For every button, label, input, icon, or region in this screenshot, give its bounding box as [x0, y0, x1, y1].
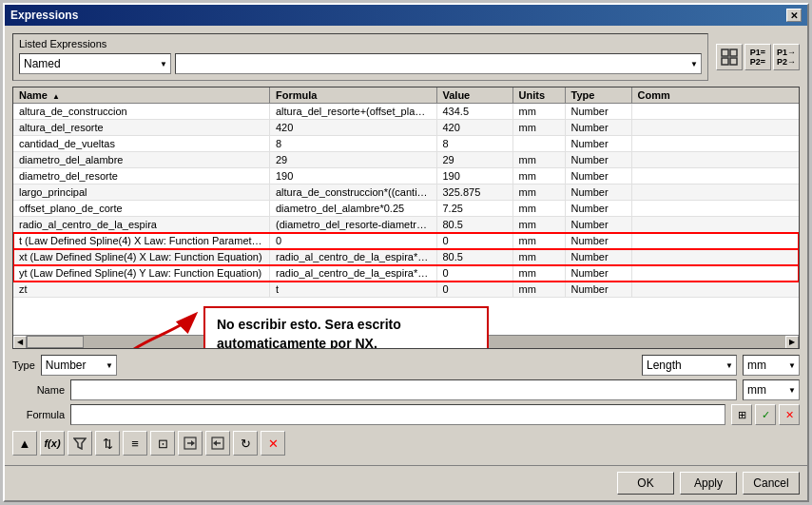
cell-comm [632, 282, 800, 297]
formula-input[interactable] [70, 404, 725, 425]
delete-btn[interactable]: ✕ [261, 431, 285, 456]
fx-btn[interactable]: f(x) [40, 431, 65, 456]
measure-unit-wrapper[interactable]: mm [743, 355, 800, 376]
hscroll-right[interactable]: ▶ [785, 336, 799, 349]
col-comm[interactable]: Comm [632, 87, 800, 103]
table-row[interactable]: radio_al_centro_de_la_espira(diametro_de… [13, 217, 799, 233]
cell-units: mm [513, 104, 566, 119]
top-row: Listed Expressions Named [12, 33, 800, 81]
formula-row: Formula ⊞ ✓ ✕ [12, 404, 800, 425]
cell-units: mm [513, 249, 566, 264]
cell-value: 434.5 [437, 104, 513, 119]
table-row[interactable]: cantidad_de_vueltas88Number [13, 136, 799, 152]
svg-marker-11 [213, 440, 217, 446]
refresh-btn[interactable]: ↻ [233, 431, 258, 456]
svg-marker-5 [74, 438, 86, 449]
table-row[interactable]: offset_plano_de_cortediametro_del_alambr… [13, 201, 799, 217]
svg-marker-8 [191, 440, 195, 446]
filter-all-select[interactable] [175, 53, 702, 74]
cell-comm [632, 120, 800, 135]
import-btn[interactable] [178, 431, 203, 456]
table-row[interactable]: largo_principalaltura_de_construccion*((… [13, 185, 799, 201]
cell-units: mm [513, 152, 566, 167]
measure-unit-select[interactable]: mm [743, 355, 800, 376]
hscroll-thumb[interactable] [27, 336, 84, 348]
cell-value: 8 [437, 136, 513, 151]
col-units[interactable]: Units [513, 87, 566, 103]
listed-expressions-group: Listed Expressions Named [12, 33, 708, 81]
table-row[interactable]: altura_de_construccionaltura_del_resorte… [13, 104, 799, 120]
cell-comm [632, 104, 800, 119]
filter-icon [73, 437, 87, 450]
col-name[interactable]: Name ▲ [13, 87, 270, 103]
table-row[interactable]: yt (Law Defined Spline(4) Y Law: Functio… [13, 265, 799, 282]
close-button[interactable]: ✕ [786, 9, 802, 22]
ok-button[interactable]: OK [617, 472, 674, 495]
sort-btn[interactable]: ⇅ [95, 431, 120, 456]
cell-name: xt (Law Defined Spline(4) X Law: Functio… [13, 249, 270, 264]
formula-grid-btn[interactable]: ⊞ [731, 404, 752, 425]
cell-name: t (Law Defined Spline(4) X Law: Function… [13, 233, 270, 248]
cell-name: diametro_del_resorte [13, 168, 270, 184]
col-btn[interactable]: ⊡ [150, 431, 175, 456]
name-unit-wrapper[interactable]: mm [743, 379, 800, 400]
table-row[interactable]: ztt0mmNumber [13, 282, 799, 298]
up-btn[interactable]: ▲ [12, 431, 37, 456]
export-btn[interactable] [205, 431, 230, 456]
table-row[interactable]: altura_del_resorte420420mmNumber [13, 120, 799, 136]
cell-comm [632, 152, 800, 167]
cell-comm [632, 185, 800, 200]
filter-named-select[interactable]: Named [19, 53, 171, 74]
p2-icon-btn[interactable]: P1→P2→ [773, 44, 800, 70]
apply-button[interactable]: Apply [680, 472, 737, 495]
cell-name: largo_principal [13, 185, 270, 200]
name-input[interactable] [70, 379, 737, 400]
filter-btn[interactable] [68, 431, 92, 456]
filter-named-wrapper[interactable]: Named [19, 53, 171, 74]
cell-comm [632, 265, 800, 281]
table-row[interactable]: diametro_del_resorte190190mmNumber [13, 168, 799, 185]
col-formula[interactable]: Formula [270, 87, 437, 103]
cell-units: mm [513, 168, 566, 184]
cell-formula: radio_al_centro_de_la_espira*cos(t*360*c… [270, 249, 437, 264]
cell-name: radio_al_centro_de_la_espira [13, 217, 270, 232]
measure-select[interactable]: Length [642, 355, 737, 376]
hscroll-left[interactable]: ◀ [13, 336, 27, 349]
cell-type: Number [566, 104, 632, 119]
cell-formula: 0 [270, 233, 437, 248]
table-container: Name ▲ Formula Value Units Type Comm alt… [12, 87, 800, 349]
cell-name: yt (Law Defined Spline(4) Y Law: Functio… [13, 265, 270, 281]
cell-formula: t [270, 282, 437, 297]
cell-units: mm [513, 233, 566, 248]
formula-x-btn[interactable]: ✕ [779, 404, 800, 425]
p2-label: P1→P2→ [777, 48, 796, 67]
filter-all-wrapper[interactable] [175, 53, 702, 74]
type-select[interactable]: Number [41, 355, 117, 376]
cell-name: altura_del_resorte [13, 120, 270, 135]
table-row[interactable]: diametro_del_alambre2929mmNumber [13, 152, 799, 168]
cell-formula: 8 [270, 136, 437, 151]
name-row: Name mm [12, 379, 800, 400]
table-row[interactable]: t (Law Defined Spline(4) X Law: Function… [13, 233, 799, 249]
cell-value: 420 [437, 120, 513, 135]
table-row[interactable]: xt (Law Defined Spline(4) X Law: Functio… [13, 249, 799, 265]
cell-type: Number [566, 120, 632, 135]
type-select-wrapper[interactable]: Number [41, 355, 117, 376]
col-type[interactable]: Type [566, 87, 632, 103]
table-body[interactable]: altura_de_construccionaltura_del_resorte… [13, 104, 799, 335]
measure-select-wrapper[interactable]: Length [642, 355, 737, 376]
grid-icon [721, 49, 738, 66]
formula-check-btn[interactable]: ✓ [755, 404, 776, 425]
grid-icon-btn[interactable] [716, 44, 743, 70]
cell-type: Number [566, 233, 632, 248]
cell-name: offset_plano_de_corte [13, 201, 270, 216]
cell-value: 0 [437, 282, 513, 297]
name-unit-select[interactable]: mm [743, 379, 800, 400]
list-btn[interactable]: ≡ [123, 431, 147, 456]
toolbar-icons: P1=P2= P1→P2→ [716, 44, 800, 70]
svg-rect-3 [730, 58, 737, 65]
col-value[interactable]: Value [437, 87, 513, 103]
cancel-button[interactable]: Cancel [743, 472, 800, 495]
p1-icon-btn[interactable]: P1=P2= [744, 44, 771, 70]
filter-row: Named [19, 53, 702, 74]
